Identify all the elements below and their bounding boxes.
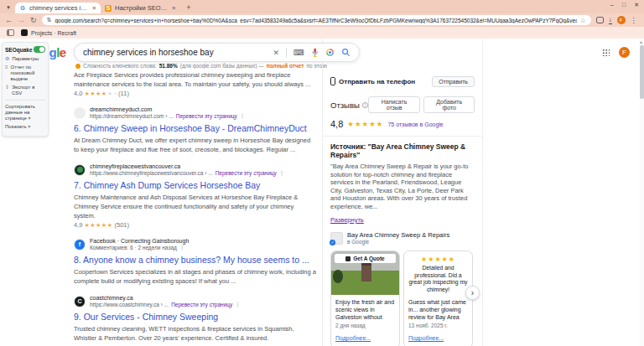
badge-text: Get A Quote xyxy=(353,256,384,261)
star-icons: ★★★★★ xyxy=(408,256,469,263)
rating-value: 4,9 xyxy=(74,221,82,229)
chevron-down-icon: ▾ xyxy=(28,116,30,121)
result-menu-icon[interactable]: ⋮ xyxy=(240,113,246,120)
bookmarks-panel-icon[interactable] xyxy=(7,29,14,36)
close-window-button[interactable]: ✕ xyxy=(634,2,639,8)
post-card[interactable]: ★★★★★ Detailed and professional. Did a g… xyxy=(403,250,473,346)
bush-shape xyxy=(333,270,343,283)
snippet-text: At Dream Chimney Duct, we offer expert c… xyxy=(74,136,316,154)
seoquake-serp-report-item[interactable]: ≡ Отчет по поисковой выдаче xyxy=(5,65,45,82)
browser-menu-icon[interactable]: ⋮ xyxy=(631,17,637,24)
result-domain[interactable]: Facebook · Connecting Gainsborough xyxy=(90,238,189,245)
result-title-link[interactable]: 8. Anyone know a chimney business? My ho… xyxy=(74,254,316,266)
post-card[interactable]: Get A Quote Enjoy the fresh air and scen… xyxy=(330,250,400,346)
more-link[interactable]: Подробнее... xyxy=(335,335,371,342)
maximize-button[interactable]: □ xyxy=(622,2,626,8)
source-title: Источник: "Bay Area Chimney Sweep & Repa… xyxy=(330,142,475,159)
result-title-link[interactable]: 7. Chimney Ash Dump Services Horseshoe B… xyxy=(74,179,316,191)
voice-search-icon[interactable] xyxy=(311,48,319,58)
search-box[interactable]: chimney services in horseshoe bay ✕ ⌨ xyxy=(74,43,360,62)
post-text: Guess what just came in... another glowi… xyxy=(408,298,468,321)
item-label: Экспорт в CSV xyxy=(12,85,45,96)
tab-search-button[interactable]: ▾ xyxy=(3,3,13,13)
google-apps-icon[interactable] xyxy=(602,49,610,56)
result-menu-icon[interactable]: ⋮ xyxy=(179,245,185,251)
result-title-link[interactable]: 6. Chimney Sweep in Horseshoe Bay - Drea… xyxy=(74,122,316,134)
star-icons: ★★★★★ xyxy=(347,120,383,128)
business-row[interactable]: ✓ Bay Area Chimney Sweep & Repairs в Goo… xyxy=(330,231,475,245)
kd-full-report-link[interactable]: полный отчет xyxy=(267,63,304,69)
keyboard-icon[interactable]: ⌨ xyxy=(293,49,304,57)
window-controls: – □ ✕ xyxy=(610,2,639,8)
send-to-phone-label: Отправить на телефон xyxy=(330,77,415,85)
site-favicon-icon: C xyxy=(74,296,86,307)
tab-close-icon[interactable]: ✕ xyxy=(172,5,176,12)
result-url: https://www.chimneyfireplacewestvancouve… xyxy=(90,170,213,177)
send-button[interactable]: Отправить xyxy=(432,76,475,87)
result-title-link[interactable]: 9. Our Services - Chimney Sweeping xyxy=(74,311,316,323)
seoquake-brand: SEOquake xyxy=(5,47,33,53)
star-empty-icon: ★ xyxy=(107,90,113,96)
address-bar[interactable]: ⇅ google.com/search?q=chimney+services+i… xyxy=(42,15,591,25)
browser-toolbar: ← → ↻ ⇅ google.com/search?q=chimney+serv… xyxy=(0,13,644,27)
write-review-button[interactable]: Написать отзыв xyxy=(368,96,421,113)
knowledge-panel: Отправить на телефон Отправить Отзывы i … xyxy=(322,39,483,346)
tab-close-icon[interactable]: ✕ xyxy=(92,5,96,12)
rating-line: 4,0 ★★★★★ · (11) xyxy=(74,90,316,97)
result-domain[interactable]: chimneyfireplacewestvancouver.ca xyxy=(90,163,284,170)
result-domain[interactable]: dreamchimneyduct.com xyxy=(90,106,245,113)
seoquake-parameters-item[interactable]: ⚙ Параметры xyxy=(5,56,45,62)
search-result: f Facebook · Connecting Gainsborough Ком… xyxy=(74,237,316,286)
minimize-button[interactable]: – xyxy=(610,2,614,8)
site-info-icon[interactable]: ⇅ xyxy=(47,17,52,23)
new-tab-button[interactable]: + xyxy=(184,3,194,13)
clear-icon[interactable]: ✕ xyxy=(273,49,279,57)
browser-window: ▾ G chimney services in horseshoe ✕ S На… xyxy=(0,0,644,346)
post-date: 2 дня назад xyxy=(335,323,395,328)
seoquake-show-dropdown[interactable]: Показать ▾ xyxy=(5,124,45,130)
phone-icon xyxy=(330,77,335,85)
tab-title: chimney services in horseshoe xyxy=(29,4,88,12)
google-lens-icon[interactable] xyxy=(325,48,335,57)
google-reviews-link[interactable]: 75 отзывов в Google xyxy=(387,121,443,127)
side-panel-icon[interactable] xyxy=(596,17,604,23)
tab-seoquake-settings[interactable]: S Настройки SEOquake ✕ xyxy=(101,3,180,13)
reload-icon[interactable]: ↻ xyxy=(30,17,37,24)
download-icon[interactable]: ↓ xyxy=(609,17,612,24)
result-menu-icon[interactable]: ⋮ xyxy=(235,302,241,308)
seoquake-toggle[interactable] xyxy=(34,46,45,53)
info-icon[interactable]: i xyxy=(362,102,368,108)
scrollbar-thumb[interactable] xyxy=(640,45,644,99)
translate-link[interactable]: Перевести эту страницу xyxy=(171,302,232,308)
result-snippet-partial: Ace Fireplace Services provides professi… xyxy=(74,70,316,97)
dropdown-label: Показать xyxy=(5,124,27,129)
google-header-icons: F xyxy=(602,47,630,58)
translate-link[interactable]: Перевести эту страницу xyxy=(176,113,237,120)
seoquake-sort-dropdown[interactable]: Сортировать данные на странице ▾ xyxy=(5,104,45,121)
search-result: chimneyfireplacewestvancouver.ca https:/… xyxy=(74,163,316,229)
result-menu-icon[interactable]: ⋮ xyxy=(279,170,285,177)
scroll-up-icon[interactable]: ▲ xyxy=(639,39,643,44)
snippet-text: Chimney Maintenance and Ash Disposal Ser… xyxy=(74,193,316,220)
more-link[interactable]: Подробнее... xyxy=(408,335,444,342)
search-query[interactable]: chimney services in horseshoe bay xyxy=(83,48,273,57)
bookmark-star-icon[interactable]: ☆ xyxy=(580,17,586,24)
account-avatar[interactable]: F xyxy=(619,47,630,58)
bookmark-projects-recraft[interactable]: Projects · Recraft xyxy=(21,29,76,36)
search-results-page: Google SEOquake ⚙ Параметры ≡ Отчет по п… xyxy=(0,39,644,346)
expand-link[interactable]: Развернуть xyxy=(330,216,364,224)
seoquake-export-csv-item[interactable]: ↧ Экспорт в CSV xyxy=(5,85,45,96)
chevron-down-icon: ▾ xyxy=(28,124,30,129)
translate-link[interactable]: Перевести эту страницу xyxy=(216,170,277,177)
page-scrollbar[interactable]: ▲ xyxy=(640,39,644,346)
back-icon[interactable]: ← xyxy=(5,17,13,24)
browser-avatar[interactable]: F xyxy=(617,16,626,24)
carousel-next-button[interactable]: › xyxy=(465,286,480,300)
forward-icon[interactable]: → xyxy=(18,17,25,24)
divider xyxy=(286,48,287,58)
result-domain[interactable]: coastchimney.ca xyxy=(90,295,241,302)
tab-current[interactable]: G chimney services in horseshoe ✕ xyxy=(15,3,101,13)
search-icon[interactable] xyxy=(341,48,351,57)
add-photo-button[interactable]: Добавить фото xyxy=(423,96,475,113)
chevron-down-icon: ▾ xyxy=(7,4,10,11)
